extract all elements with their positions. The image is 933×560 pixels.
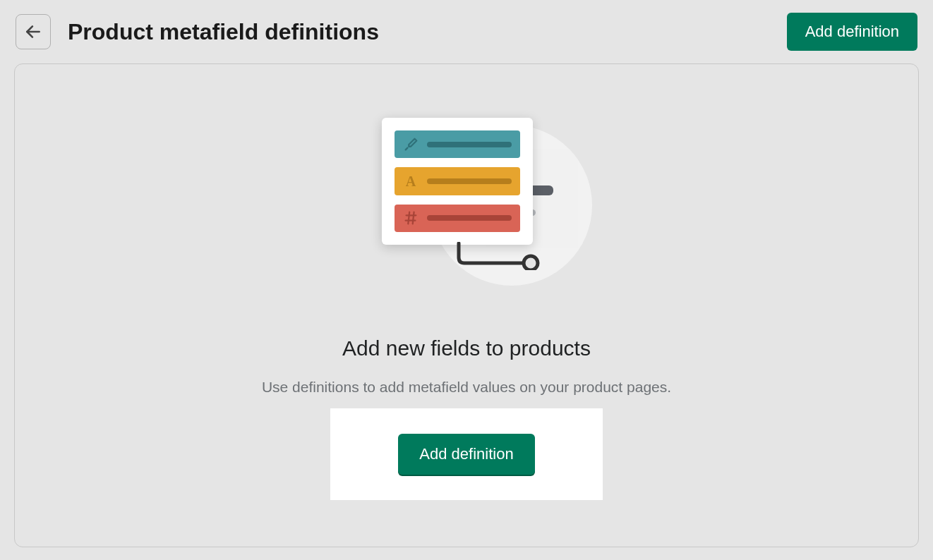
svg-line-5 [413,212,414,224]
connector-icon [456,242,541,270]
empty-state-heading: Add new fields to products [342,336,591,360]
illustration-field-teal [395,130,520,158]
empty-state-description: Use definitions to add metafield values … [262,379,671,396]
add-definition-cta-button[interactable]: Add definition [398,434,534,475]
svg-line-4 [408,212,409,224]
cta-wrapper: Add definition [330,408,602,500]
metafields-illustration: A [382,118,586,294]
back-arrow-icon [24,23,42,41]
eyedropper-icon [403,137,419,152]
svg-text:A: A [406,174,416,189]
hash-icon [403,210,419,226]
page-header: Product metafield definitions Add defini… [0,0,933,63]
svg-point-6 [524,256,538,270]
page-title: Product metafield definitions [68,19,379,45]
illustration-field-amber: A [395,167,520,195]
letter-a-icon: A [403,174,419,189]
add-definition-header-button[interactable]: Add definition [787,13,917,51]
empty-state-card: A Add new fields to products Use definit… [14,63,919,547]
back-button[interactable] [16,14,51,49]
illustration-field-coral [395,205,520,232]
header-left: Product metafield definitions [16,14,379,49]
